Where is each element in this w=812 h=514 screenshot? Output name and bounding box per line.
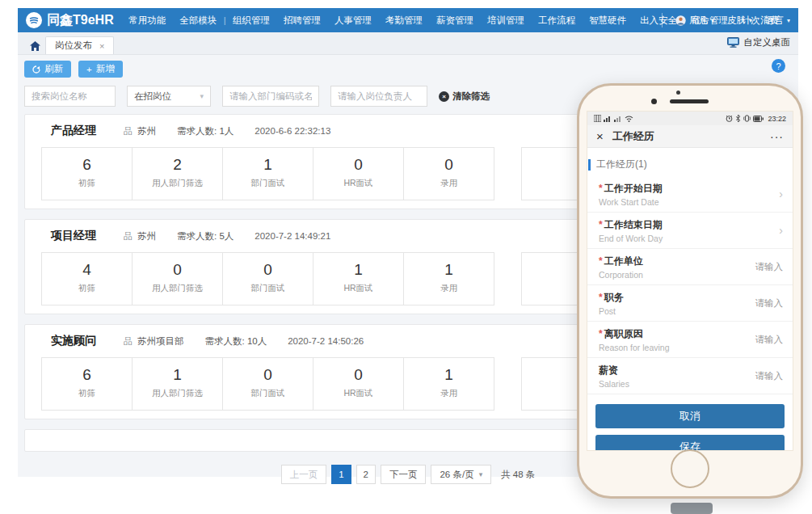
top-navbar: 同鑫T9eHR 常用功能全部模块|组织管理招聘管理人事管理考勤管理薪资管理培训管… (18, 8, 798, 32)
user-menu[interactable]: 周凡 ▾ (675, 15, 714, 27)
stat-label: 初筛 (42, 388, 132, 399)
prev-page-button[interactable]: 上一页 (281, 465, 327, 484)
navbar-menu-item[interactable]: 薪资管理 (430, 15, 481, 27)
job-name-search-input[interactable] (24, 86, 116, 107)
navbar-menu-item[interactable]: 工作流程 (532, 15, 583, 27)
stat-box[interactable]: 1HR面试 (313, 252, 404, 305)
stat-box[interactable]: 1录用 (403, 252, 494, 305)
stat-box[interactable]: 0用人部门筛选 (132, 252, 223, 305)
stat-label: 录用 (404, 388, 494, 399)
home-button[interactable] (671, 449, 709, 488)
refresh-button[interactable]: 刷新 (24, 61, 71, 78)
navbar-right: 周凡 ▾ 皮肤 ▾ 语言 ▾ (662, 13, 790, 27)
language-menu[interactable]: 语言 ▾ (765, 15, 790, 27)
phone-field-row[interactable]: *职务Post请输入 (587, 285, 793, 322)
phone-field-sublabel: Post (599, 306, 624, 316)
job-org: 品苏州 (124, 230, 156, 242)
required-star-icon: * (599, 219, 603, 230)
navbar-divider-icon: | (224, 15, 226, 25)
org-chart-icon: 品 (124, 230, 133, 242)
job-title[interactable]: 实施顾问 (51, 334, 96, 348)
navbar-menu-item[interactable]: 考勤管理 (379, 15, 430, 27)
stat-box[interactable]: 0部门面试 (222, 252, 313, 305)
stat-box[interactable]: 2用人部门筛选 (132, 147, 223, 200)
pagination-pages: 12 (331, 465, 376, 484)
navbar-menu-item[interactable]: 全部模块 (173, 15, 224, 27)
phone-port-shadow (671, 503, 713, 514)
phone-field-row[interactable]: *工作单位Corporation请输入 (587, 249, 793, 285)
department-input[interactable] (222, 86, 319, 107)
section-bar-icon (588, 159, 591, 171)
phone-field-row[interactable]: *工作开始日期Work Start Date› (587, 176, 793, 213)
close-icon[interactable]: × (596, 130, 604, 142)
tab-job-publish[interactable]: 岗位发布 × (45, 36, 114, 54)
home-tab-button[interactable] (24, 37, 45, 54)
required-star-icon: * (599, 255, 603, 267)
phone-field-placeholder: 请输入 (755, 297, 784, 310)
phone-field-label-group: *职务Post (599, 291, 624, 316)
toolbar: 刷新 + 新增 (18, 55, 798, 78)
help-button[interactable]: ? (772, 59, 785, 73)
cancel-button[interactable]: 取消 (595, 404, 785, 428)
phone-field-label-text: 离职原因 (604, 328, 643, 339)
required-star-icon: * (599, 292, 603, 303)
job-title[interactable]: 产品经理 (51, 124, 96, 138)
stat-label: 初筛 (42, 178, 132, 189)
stat-box[interactable]: 0HR面试 (313, 357, 404, 411)
skin-menu[interactable]: 皮肤 ▾ (727, 15, 752, 27)
phone-field-label-text: 工作结束日期 (604, 219, 663, 230)
phone-field-row[interactable]: *工作结束日期End of Work Day› (587, 213, 793, 249)
job-title[interactable]: 项目经理 (51, 229, 96, 243)
add-button[interactable]: + 新增 (78, 61, 123, 78)
save-button[interactable]: 保存 (595, 435, 785, 451)
more-menu-icon[interactable]: ··· (770, 130, 784, 143)
phone-field-sublabel: Reason for leaving (599, 343, 670, 352)
navbar-menu: 常用功能全部模块|组织管理招聘管理人事管理考勤管理薪资管理培训管理工作流程智慧硬… (122, 15, 662, 27)
phone-field-row[interactable]: *离职原因Reason for leaving请输入 (587, 322, 793, 358)
brand[interactable]: 同鑫T9eHR (26, 12, 114, 29)
phone-field-label-group: *工作单位Corporation (599, 255, 643, 280)
phone-nav-bar: × 工作经历 ··· (587, 125, 793, 148)
job-status-select[interactable]: 在招岗位 ▾ (127, 86, 211, 107)
stat-box[interactable]: 0录用 (403, 147, 494, 200)
stat-box[interactable]: 0部门面试 (222, 357, 313, 411)
page-number-button[interactable]: 2 (356, 465, 376, 484)
stat-label: 初筛 (42, 283, 132, 294)
stat-box[interactable]: 1部门面试 (222, 147, 313, 200)
battery-icon (753, 116, 764, 122)
stat-box[interactable]: 6初筛 (41, 147, 133, 200)
stat-box[interactable]: 0HR面试 (313, 147, 404, 200)
stat-label: 部门面试 (223, 178, 313, 189)
customize-desktop-link[interactable]: 自定义桌面 (727, 36, 791, 48)
status-time: 23:22 (768, 115, 786, 123)
navbar-menu-item[interactable]: 常用功能 (122, 15, 173, 27)
stat-box[interactable]: 1用人部门筛选 (132, 357, 223, 411)
stat-label: HR面试 (313, 388, 403, 399)
navbar-menu-item[interactable]: 智慧硬件 (583, 15, 633, 27)
next-page-button[interactable]: 下一页 (381, 465, 427, 484)
stat-box[interactable]: 4初筛 (41, 252, 133, 305)
phone-field-label-text: 薪资 (599, 364, 618, 376)
phone-field-label-group: *离职原因Reason for leaving (599, 327, 670, 352)
clear-filters-button[interactable]: × 清除筛选 (439, 91, 490, 103)
phone-field-row[interactable]: 薪资Salaries请输入 (587, 358, 793, 394)
job-publish-time: 2020-7-2 14:49:21 (255, 231, 330, 241)
vibrate-icon (743, 115, 751, 122)
job-publish-time: 2020-7-2 14:50:26 (288, 336, 364, 346)
stat-box[interactable]: 1录用 (403, 357, 494, 411)
clear-filters-label: 清除筛选 (452, 91, 490, 103)
job-org: 品苏州 (124, 125, 156, 137)
navbar-menu-item[interactable]: 人事管理 (328, 15, 379, 27)
job-owner-input[interactable] (330, 86, 427, 107)
stat-box[interactable]: 6初筛 (41, 357, 133, 411)
page-size-select[interactable]: 26 条/页 ▾ (431, 465, 491, 484)
navbar-menu-item[interactable]: 招聘管理 (277, 15, 328, 27)
phone-field-label-text: 工作开始日期 (604, 183, 663, 194)
phone-field-label: *工作结束日期 (599, 218, 663, 232)
navbar-menu-item[interactable]: 组织管理 (226, 15, 277, 27)
page-number-button[interactable]: 1 (331, 465, 351, 484)
phone-field-placeholder: 请输入 (755, 370, 784, 382)
navbar-menu-item[interactable]: 培训管理 (481, 15, 532, 27)
job-headcount: 需求人数: 1人 (177, 125, 234, 137)
tab-close-icon[interactable]: × (99, 41, 104, 51)
